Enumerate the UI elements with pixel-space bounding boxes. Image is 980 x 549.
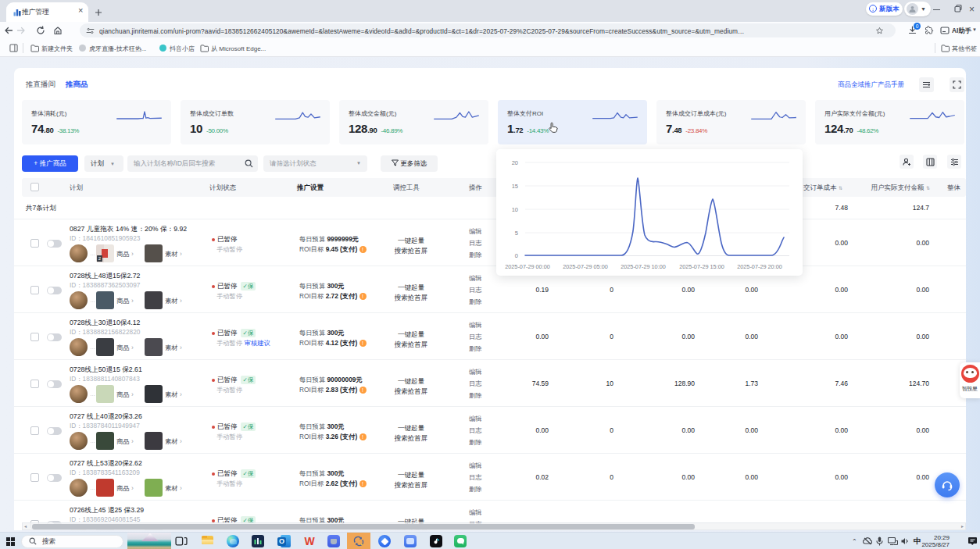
svg-text:10: 10 [512,206,518,213]
svg-text:2025-07-29 05:00: 2025-07-29 05:00 [563,263,608,270]
svg-text:15: 15 [512,183,518,190]
svg-text:2025-07-29 20:00: 2025-07-29 20:00 [737,263,782,270]
svg-text:20: 20 [512,159,518,166]
svg-text:2025-07-29 15:00: 2025-07-29 15:00 [679,263,724,270]
svg-text:2025-07-29 00:00: 2025-07-29 00:00 [505,263,550,270]
svg-text:2025-07-29 10:00: 2025-07-29 10:00 [621,263,666,270]
svg-text:5: 5 [515,230,518,237]
svg-text:0: 0 [515,252,518,259]
